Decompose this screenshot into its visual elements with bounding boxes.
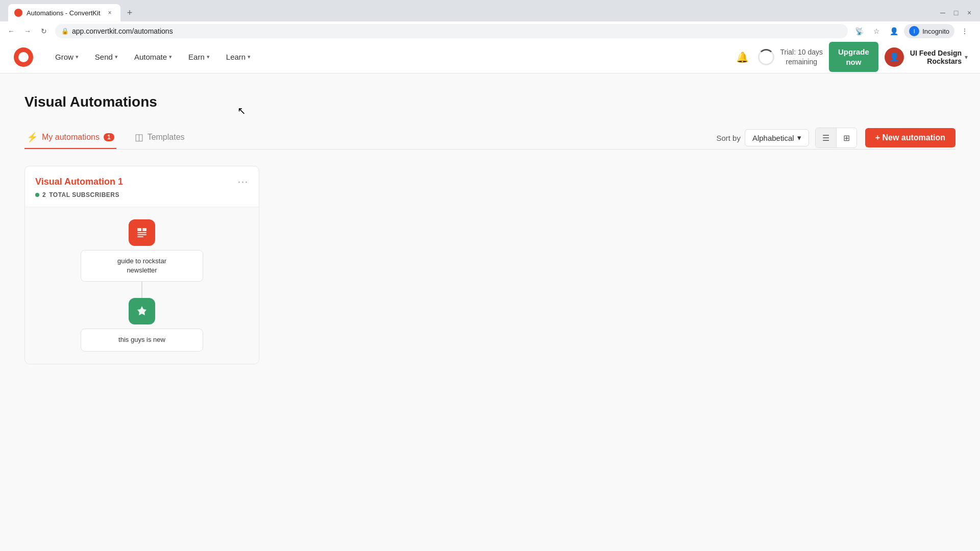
bookmark-icon[interactable]: ☆: [869, 24, 884, 38]
back-button[interactable]: ←: [4, 24, 18, 38]
grid-view-button[interactable]: ⊞: [836, 128, 856, 147]
tab-favicon: [14, 9, 22, 17]
browser-tab-bar: Automations - ConvertKit × + ─ □ ×: [0, 0, 980, 21]
svg-rect-2: [137, 232, 146, 233]
tab-close-btn[interactable]: ×: [105, 8, 114, 17]
sort-value-text: Alphabetical: [752, 134, 794, 142]
automation-grid: Visual Automation 1 ··· 2 TOTAL SUBSCRIB…: [24, 166, 955, 364]
address-bar-input[interactable]: 🔒 app.convertkit.com/automations: [55, 24, 848, 38]
sort-select-dropdown[interactable]: Alphabetical ▾: [745, 129, 809, 146]
browser-nav-controls: ← → ↻: [0, 24, 55, 38]
flow-connector: [141, 282, 142, 298]
user-avatar[interactable]: 👤: [885, 47, 904, 67]
card-visual: guide to rockstar newsletter: [25, 207, 259, 364]
incognito-avatar: I: [909, 26, 919, 36]
sort-chevron-icon: ▾: [797, 133, 801, 142]
svg-rect-1: [142, 228, 146, 231]
notifications-bell[interactable]: 🔔: [733, 48, 752, 66]
nav-earn-label: Earn: [188, 53, 205, 61]
sort-by-label: Sort by: [716, 134, 741, 142]
loading-spinner: [758, 49, 774, 65]
tab-templates[interactable]: ◫ Templates: [133, 127, 187, 149]
forward-button[interactable]: →: [20, 24, 35, 38]
flow-node-1-label: guide to rockstar newsletter: [117, 257, 166, 274]
flow-node-2-icon: [129, 298, 155, 324]
flow-node-2-label: this guys is new: [118, 336, 165, 343]
card-meta: 2 TOTAL SUBSCRIBERS: [25, 191, 259, 207]
nav-right-section: 🔔 Trial: 10 days remaining Upgrade now 👤…: [733, 42, 968, 72]
security-lock-icon: 🔒: [61, 28, 69, 35]
cast-icon[interactable]: 📡: [852, 24, 866, 38]
list-view-icon: ☰: [822, 133, 829, 143]
logo-inner: [18, 52, 29, 62]
tabs-toolbar: ⚡ My automations 1 ◫ Templates Sort by A…: [24, 127, 955, 149]
nav-grow[interactable]: Grow ▾: [47, 41, 87, 73]
nav-send[interactable]: Send ▾: [87, 41, 126, 73]
tab-my-automations[interactable]: ⚡ My automations 1: [24, 127, 116, 149]
browser-menu-button[interactable]: ⋮: [958, 24, 972, 38]
workspace-selector[interactable]: UI Feed Design Rockstars ▾: [910, 49, 968, 65]
top-nav: Grow ▾ Send ▾ Automate ▾ Earn ▾ Learn ▾ …: [0, 41, 980, 73]
window-maximize[interactable]: □: [951, 8, 961, 17]
nav-send-chevron: ▾: [115, 54, 118, 60]
browser-right-controls: 📡 ☆ 👤 I Incognito ⋮: [848, 24, 976, 38]
nav-earn[interactable]: Earn ▾: [180, 41, 218, 73]
main-content: Visual Automations ⚡ My automations 1 ◫ …: [0, 73, 980, 551]
logo-icon: [14, 47, 33, 67]
list-view-button[interactable]: ☰: [816, 128, 836, 147]
nav-grow-chevron: ▾: [76, 54, 79, 60]
flow-node-container: guide to rockstar newsletter: [37, 219, 247, 352]
svg-rect-4: [137, 236, 143, 237]
browser-address-bar: ← → ↻ 🔒 app.convertkit.com/automations 📡…: [0, 21, 980, 41]
address-url-text: app.convertkit.com/automations: [72, 27, 173, 35]
svg-rect-3: [137, 234, 146, 235]
upgrade-button[interactable]: Upgrade now: [829, 42, 878, 72]
flow-node-box-1: guide to rockstar newsletter: [81, 250, 203, 282]
flow-node-1-icon: [129, 219, 155, 246]
refresh-button[interactable]: ↻: [37, 24, 51, 38]
window-minimize[interactable]: ─: [938, 8, 947, 17]
subscribers-count: 2: [42, 191, 46, 198]
nav-send-label: Send: [95, 53, 113, 61]
flow-node-box-2: this guys is new: [81, 329, 203, 351]
automation-card: Visual Automation 1 ··· 2 TOTAL SUBSCRIB…: [24, 166, 259, 364]
nav-learn-label: Learn: [226, 53, 246, 61]
tab-title: Automations - ConvertKit: [27, 9, 101, 17]
automation-count-badge: 1: [104, 133, 114, 141]
incognito-profile-button[interactable]: I Incognito: [904, 24, 954, 38]
app-wrapper: Grow ▾ Send ▾ Automate ▾ Earn ▾ Learn ▾ …: [0, 41, 980, 551]
new-tab-button[interactable]: +: [122, 6, 137, 20]
workspace-name-text: UI Feed Design Rockstars: [910, 49, 962, 65]
subscribers-label: TOTAL SUBSCRIBERS: [49, 191, 119, 198]
nav-grow-label: Grow: [55, 53, 74, 61]
browser-tab[interactable]: Automations - ConvertKit ×: [8, 4, 120, 21]
tab-my-automations-label: My automations: [42, 133, 100, 142]
new-automation-button[interactable]: + New automation: [865, 128, 955, 147]
nav-automate[interactable]: Automate ▾: [126, 41, 180, 73]
trial-text: Trial: 10 days remaining: [780, 47, 823, 66]
nav-automate-label: Automate: [134, 53, 167, 61]
card-title[interactable]: Visual Automation 1: [35, 177, 123, 187]
flow-node-1: [129, 219, 155, 250]
nav-earn-chevron: ▾: [207, 54, 210, 60]
nav-learn-chevron: ▾: [248, 54, 251, 60]
profile-icon-btn[interactable]: 👤: [887, 24, 901, 38]
svg-rect-0: [137, 228, 141, 231]
nav-automate-chevron: ▾: [169, 54, 172, 60]
browser-chrome: Automations - ConvertKit × + ─ □ × ← → ↻…: [0, 0, 980, 41]
status-dot: [35, 193, 39, 197]
card-header: Visual Automation 1 ···: [25, 166, 259, 191]
tabs-divider: [24, 149, 955, 149]
window-close[interactable]: ×: [965, 8, 974, 17]
lightning-icon: ⚡: [27, 132, 38, 143]
tab-templates-label: Templates: [148, 133, 185, 142]
templates-icon: ◫: [135, 132, 143, 143]
workspace-chevron-icon: ▾: [965, 54, 968, 61]
nav-learn[interactable]: Learn ▾: [218, 41, 259, 73]
view-toggle: ☰ ⊞: [815, 128, 857, 148]
incognito-label: Incognito: [922, 28, 949, 35]
card-menu-button[interactable]: ···: [238, 177, 249, 187]
flow-node-2: [129, 298, 155, 329]
logo-button[interactable]: [12, 46, 35, 68]
page-title: Visual Automations: [24, 94, 955, 110]
